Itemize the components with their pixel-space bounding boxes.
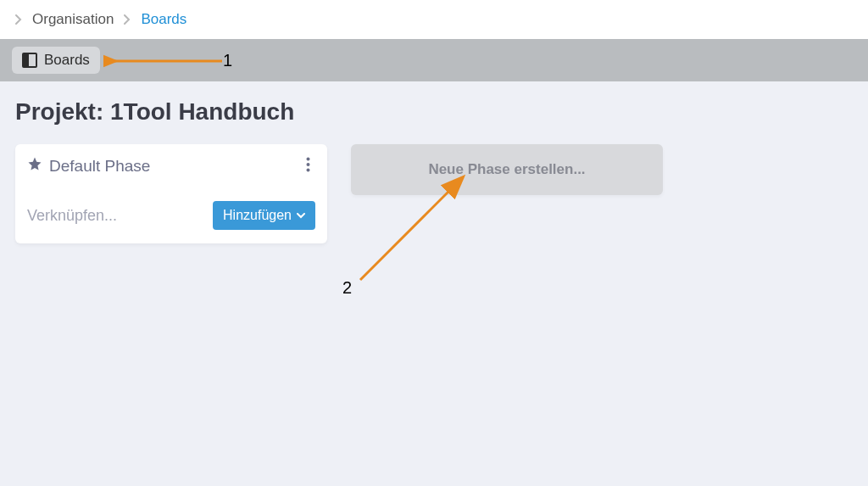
chevron-right-icon <box>15 14 22 25</box>
annotation-label-2: 2 <box>342 278 352 298</box>
chevron-down-icon <box>297 213 305 219</box>
breadcrumb: Organisation Boards <box>0 0 868 39</box>
svg-point-3 <box>307 158 310 161</box>
phase-menu-button[interactable] <box>303 157 314 175</box>
boards-tab[interactable]: Boards <box>12 47 100 74</box>
boards-icon <box>22 53 37 68</box>
phase-card-title: Default Phase <box>27 156 150 176</box>
toolbar: Boards <box>0 39 868 81</box>
phase-card-footer: Verknüpfen... Hinzufügen <box>15 184 327 243</box>
link-button[interactable]: Verknüpfen... <box>27 207 117 225</box>
phase-row: Default Phase Verknüpfen... Hinzufügen N… <box>15 144 853 243</box>
add-button[interactable]: Hinzufügen <box>213 201 315 230</box>
chevron-right-icon <box>124 14 131 25</box>
svg-point-5 <box>307 169 310 172</box>
boards-tab-label: Boards <box>44 52 90 69</box>
star-icon <box>27 156 42 176</box>
phase-title-label: Default Phase <box>49 157 150 176</box>
new-phase-label: Neue Phase erstellen... <box>428 161 585 177</box>
annotation-label-1: 1 <box>223 51 232 70</box>
phase-card-header: Default Phase <box>15 144 327 184</box>
breadcrumb-boards[interactable]: Boards <box>141 11 186 28</box>
project-title: Projekt: 1Tool Handbuch <box>15 98 853 126</box>
svg-rect-2 <box>23 53 28 67</box>
phase-card-default: Default Phase Verknüpfen... Hinzufügen <box>15 144 327 243</box>
breadcrumb-organisation[interactable]: Organisation <box>32 11 114 28</box>
new-phase-button[interactable]: Neue Phase erstellen... <box>351 144 663 195</box>
add-button-label: Hinzufügen <box>223 208 292 223</box>
svg-point-4 <box>307 163 310 166</box>
content-area: Projekt: 1Tool Handbuch Default Phase Ve… <box>0 81 868 260</box>
